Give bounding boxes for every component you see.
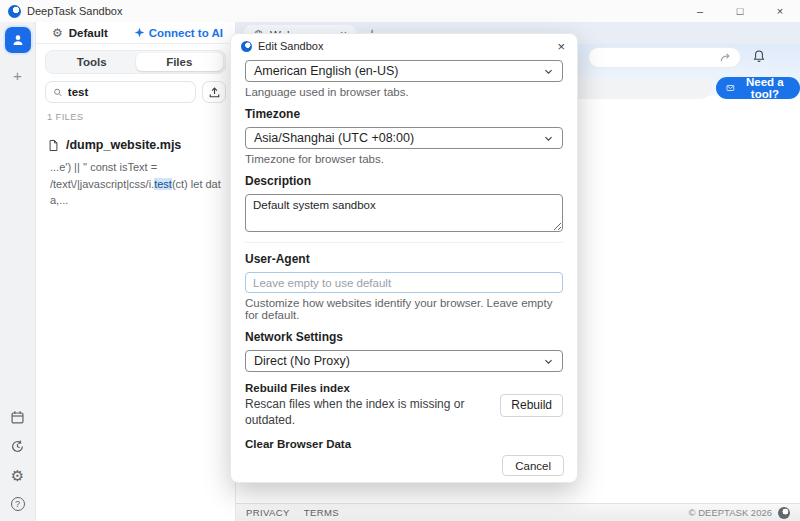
mail-icon bbox=[726, 82, 735, 94]
need-a-tool-label: Need a tool? bbox=[740, 76, 790, 100]
terms-link[interactable]: TERMS bbox=[304, 507, 339, 518]
sparkle-icon bbox=[134, 27, 145, 38]
copyright-text: © DEEPTASK 2026 bbox=[689, 507, 772, 518]
deeptask-logo-icon bbox=[8, 5, 21, 18]
prompt-pill[interactable] bbox=[561, 78, 711, 99]
calendar-icon[interactable] bbox=[10, 410, 25, 425]
window-controls: – □ × bbox=[680, 0, 800, 22]
sandbox-gear-icon[interactable]: ⚙ bbox=[52, 27, 63, 39]
search-icon bbox=[53, 87, 63, 98]
file-snippet: ...e') || '' const isText = /text\/|java… bbox=[50, 159, 224, 209]
rebuild-files-title: Rebuild Files index bbox=[245, 382, 490, 394]
network-select-value: Direct (No Proxy) bbox=[254, 354, 350, 368]
minimize-button[interactable]: – bbox=[680, 0, 720, 22]
description-label: Description bbox=[245, 174, 563, 188]
snippet-pre: /text\/|javascript|css/i. bbox=[50, 178, 154, 190]
history-icon[interactable] bbox=[10, 439, 25, 454]
rail-bottom-icons: ⚙ ? bbox=[10, 410, 25, 521]
panel-header: ⚙ Default Connect to AI bbox=[36, 22, 235, 44]
edit-sandbox-modal: Edit Sandbox × American English (en-US) … bbox=[230, 33, 578, 483]
page-footer: PRIVACY TERMS © DEEPTASK 2026 bbox=[236, 503, 800, 521]
footer-logo-icon bbox=[778, 507, 790, 519]
tab-tools[interactable]: Tools bbox=[48, 53, 136, 71]
profile-sandbox-button[interactable] bbox=[5, 27, 31, 53]
file-name: /dump_website.mjs bbox=[66, 138, 181, 152]
help-icon[interactable]: ? bbox=[11, 497, 25, 511]
language-select-value: American English (en-US) bbox=[254, 64, 399, 78]
share-arrow-icon[interactable] bbox=[719, 51, 732, 64]
timezone-help: Timezone for browser tabs. bbox=[245, 153, 563, 165]
titlebar: DeepTask Sandbox – □ × bbox=[0, 0, 800, 22]
network-settings-label: Network Settings bbox=[245, 330, 563, 344]
files-panel: ⚙ Default Connect to AI Tools Files 1 FI… bbox=[36, 22, 236, 521]
language-select[interactable]: American English (en-US) bbox=[245, 60, 563, 82]
modal-header: Edit Sandbox × bbox=[231, 34, 577, 58]
notifications-button[interactable] bbox=[752, 49, 766, 63]
chevron-down-icon bbox=[543, 133, 554, 144]
chevron-down-icon bbox=[543, 356, 554, 367]
privacy-link[interactable]: PRIVACY bbox=[246, 507, 290, 518]
clear-browser-data-row: Clear Browser Data Remove all browser hi… bbox=[245, 438, 563, 449]
tab-files[interactable]: Files bbox=[136, 53, 224, 71]
add-sandbox-button[interactable]: + bbox=[13, 67, 22, 84]
sandbox-name[interactable]: Default bbox=[69, 27, 108, 39]
file-icon bbox=[47, 139, 60, 152]
user-agent-input[interactable] bbox=[245, 272, 563, 293]
files-count: 1 FILES bbox=[47, 111, 224, 122]
upload-icon bbox=[208, 86, 221, 99]
user-agent-label: User-Agent bbox=[245, 252, 563, 266]
maximize-button[interactable]: □ bbox=[720, 0, 760, 22]
address-bar[interactable] bbox=[588, 47, 741, 68]
snippet-line1: ...e') || '' const isText = bbox=[50, 161, 157, 173]
footer-copyright-group: © DEEPTASK 2026 bbox=[689, 507, 790, 519]
user-agent-help: Customize how websites identify your bro… bbox=[245, 297, 563, 321]
description-textarea[interactable]: Default system sandbox bbox=[245, 194, 563, 232]
modal-body: American English (en-US) Language used i… bbox=[231, 58, 577, 449]
section-divider bbox=[245, 242, 563, 243]
connect-to-ai-button[interactable]: Connect to AI bbox=[134, 27, 223, 39]
cancel-button[interactable]: Cancel bbox=[502, 455, 564, 476]
rebuild-button[interactable]: Rebuild bbox=[500, 394, 563, 417]
modal-close-icon[interactable]: × bbox=[555, 39, 567, 54]
bell-icon bbox=[752, 49, 766, 63]
timezone-label: Timezone bbox=[245, 107, 563, 121]
search-box[interactable] bbox=[45, 81, 196, 103]
connect-to-ai-label: Connect to AI bbox=[149, 27, 223, 39]
app-title: DeepTask Sandbox bbox=[27, 5, 122, 17]
timezone-select[interactable]: Asia/Shanghai (UTC +08:00) bbox=[245, 127, 563, 149]
need-a-tool-button[interactable]: Need a tool? bbox=[716, 77, 800, 99]
file-list-item[interactable]: /dump_website.mjs ...e') || '' const isT… bbox=[47, 138, 224, 209]
timezone-select-value: Asia/Shanghai (UTC +08:00) bbox=[254, 131, 414, 145]
snippet-highlight: test bbox=[154, 178, 172, 190]
search-row bbox=[45, 81, 226, 103]
person-icon bbox=[11, 33, 25, 47]
rebuild-files-text: Rebuild Files index Rescan files when th… bbox=[245, 382, 500, 428]
modal-title: Edit Sandbox bbox=[258, 40, 323, 52]
modal-footer: Cancel bbox=[231, 449, 577, 482]
rebuild-files-row: Rebuild Files index Rescan files when th… bbox=[245, 382, 563, 428]
rebuild-files-desc: Rescan files when the index is missing o… bbox=[245, 396, 490, 428]
clear-browser-data-title: Clear Browser Data bbox=[245, 438, 497, 449]
search-input[interactable] bbox=[68, 86, 188, 98]
language-help: Language used in browser tabs. bbox=[245, 86, 563, 98]
icon-rail: + ⚙ ? bbox=[0, 22, 36, 521]
clear-browser-data-text: Clear Browser Data Remove all browser hi… bbox=[245, 438, 507, 449]
modal-logo-icon bbox=[241, 41, 252, 52]
panel-tabs: Tools Files bbox=[45, 50, 226, 74]
close-button[interactable]: × bbox=[760, 0, 800, 22]
chevron-down-icon bbox=[543, 66, 554, 77]
upload-file-button[interactable] bbox=[202, 81, 226, 103]
settings-icon[interactable]: ⚙ bbox=[11, 468, 24, 483]
network-select[interactable]: Direct (No Proxy) bbox=[245, 350, 563, 372]
